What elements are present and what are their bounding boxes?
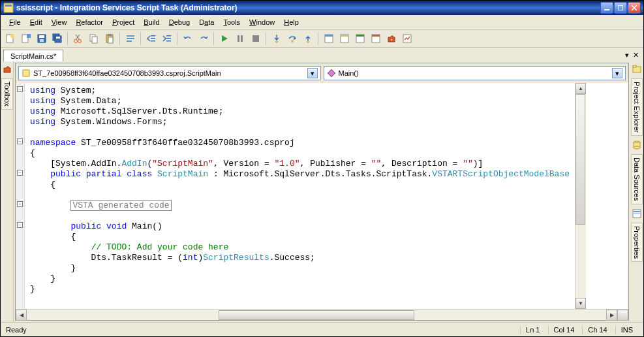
indent-button[interactable] — [160, 31, 174, 46]
properties-tab[interactable]: Properties — [631, 223, 643, 262]
fold-icon[interactable]: − — [17, 86, 23, 92]
svg-rect-53 — [633, 65, 636, 67]
horizontal-scrollbar[interactable]: ◀ ▶ — [16, 309, 628, 320]
menu-debug[interactable]: Debug — [164, 16, 194, 28]
window3-button[interactable] — [353, 31, 367, 46]
stop-button[interactable] — [249, 31, 263, 46]
svg-rect-1 — [5, 5, 12, 7]
svg-rect-41 — [325, 35, 333, 37]
code-editor[interactable]: − − − + − using System; using System.Dat… — [16, 83, 628, 309]
menu-refactor[interactable]: Refactor — [71, 16, 108, 28]
toolbox-icon — [2, 64, 12, 74]
code-text[interactable]: using System; using System.Data; using M… — [25, 83, 575, 309]
svg-rect-12 — [40, 39, 44, 42]
menu-data[interactable]: Data — [194, 16, 219, 28]
svg-rect-35 — [241, 35, 243, 42]
window4-button[interactable] — [369, 31, 383, 46]
close-button[interactable] — [628, 2, 641, 14]
menu-help[interactable]: Help — [279, 16, 303, 28]
class-dropdown[interactable]: ST_7e00958ff3f640ffae032450708b3993.cspr… — [18, 66, 321, 80]
save-all-button[interactable] — [50, 31, 65, 46]
window-title: ssisscript - Integration Services Script… — [16, 3, 600, 12]
save-button[interactable] — [35, 31, 49, 46]
document-tab-bar: ScriptMain.cs* ▾ ✕ — [1, 48, 643, 61]
toolbar — [1, 30, 643, 48]
fold-icon[interactable]: − — [17, 170, 23, 176]
redo-button[interactable] — [196, 31, 211, 46]
menu-edit[interactable]: Edit — [25, 16, 47, 28]
vertical-scrollbar[interactable]: ▲ ▼ — [575, 83, 586, 309]
svg-point-38 — [291, 40, 294, 42]
method-dropdown[interactable]: Main() ▾ — [324, 66, 626, 80]
step-out-button[interactable] — [301, 31, 315, 46]
svg-point-48 — [391, 39, 392, 40]
cut-button[interactable] — [71, 31, 85, 46]
toolbox-tab[interactable]: Toolbox — [1, 78, 13, 110]
document-tab[interactable]: ScriptMain.cs* — [3, 50, 63, 62]
properties-button[interactable] — [400, 31, 414, 46]
comment-button[interactable] — [123, 31, 138, 46]
svg-rect-33 — [166, 40, 171, 42]
project-explorer-icon — [632, 64, 642, 74]
toolbox-button[interactable] — [384, 31, 399, 46]
menu-build[interactable]: Build — [139, 16, 164, 28]
step-into-button[interactable] — [269, 31, 284, 46]
svg-rect-34 — [238, 35, 239, 42]
data-sources-icon — [632, 140, 642, 150]
menu-view[interactable]: View — [47, 16, 72, 28]
scroll-right-icon[interactable]: ▶ — [606, 310, 617, 321]
scroll-thumb[interactable] — [575, 94, 585, 225]
outdent-button[interactable] — [144, 31, 159, 46]
scroll-down-icon[interactable]: ▼ — [575, 298, 586, 309]
tab-dropdown-icon[interactable]: ▾ — [623, 49, 631, 61]
svg-rect-31 — [166, 35, 171, 37]
svg-rect-47 — [372, 35, 380, 37]
minimize-button[interactable] — [600, 2, 613, 14]
svg-rect-15 — [56, 37, 60, 39]
svg-point-37 — [275, 40, 278, 43]
app-icon — [3, 3, 14, 13]
fold-icon[interactable]: + — [17, 201, 23, 207]
svg-rect-32 — [166, 38, 171, 39]
svg-rect-21 — [92, 37, 97, 43]
title-bar: ssisscript - Integration Services Script… — [1, 1, 643, 15]
tab-close-icon[interactable]: ✕ — [631, 49, 641, 61]
fold-icon[interactable]: − — [17, 138, 23, 144]
pause-button[interactable] — [233, 31, 247, 46]
svg-rect-43 — [341, 35, 348, 37]
scroll-up-icon[interactable]: ▲ — [575, 83, 586, 94]
svg-point-56 — [634, 146, 640, 149]
svg-rect-45 — [356, 35, 364, 37]
scroll-left-icon[interactable]: ◀ — [16, 310, 27, 321]
svg-rect-9 — [27, 34, 31, 38]
svg-rect-28 — [151, 35, 155, 37]
svg-point-39 — [307, 40, 309, 43]
project-explorer-tab[interactable]: Project Explorer — [631, 78, 643, 136]
fold-icon[interactable]: − — [17, 222, 23, 228]
status-line: Ln 1 — [520, 326, 545, 334]
step-over-button[interactable] — [285, 31, 299, 46]
svg-rect-26 — [127, 38, 134, 39]
scroll-thumb[interactable] — [219, 310, 414, 320]
menu-file[interactable]: File — [5, 16, 25, 28]
scroll-corner — [617, 310, 628, 321]
svg-rect-58 — [634, 211, 640, 212]
paste-button[interactable] — [102, 31, 117, 46]
menu-tools[interactable]: Tools — [219, 16, 245, 28]
window1-button[interactable] — [322, 31, 336, 46]
copy-button[interactable] — [87, 31, 101, 46]
svg-rect-51 — [328, 69, 335, 76]
menu-window[interactable]: Window — [245, 16, 279, 28]
start-debug-button[interactable] — [217, 31, 232, 46]
window2-button[interactable] — [337, 31, 352, 46]
add-item-button[interactable] — [19, 31, 33, 46]
data-sources-tab[interactable]: Data Sources — [631, 154, 643, 204]
class-dropdown-text: ST_7e00958ff3f640ffae032450708b3993.cspr… — [33, 69, 221, 77]
new-project-button[interactable] — [3, 31, 18, 46]
svg-rect-30 — [151, 40, 155, 42]
svg-rect-25 — [127, 35, 134, 37]
undo-button[interactable] — [181, 31, 195, 46]
method-dropdown-text: Main() — [339, 69, 359, 77]
menu-project[interactable]: Project — [108, 16, 139, 28]
maximize-button[interactable] — [614, 2, 627, 14]
